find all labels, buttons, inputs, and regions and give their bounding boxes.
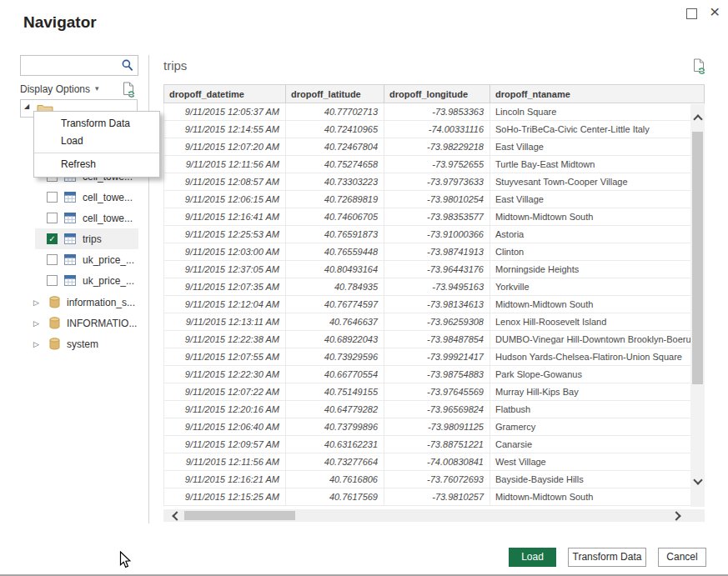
table-cell: -73.98353577 <box>384 208 490 226</box>
table-cell: 40.76559448 <box>286 243 384 261</box>
transform-data-button[interactable]: Transform Data <box>568 548 646 567</box>
table-cell: 40.68922043 <box>286 331 384 348</box>
search-input[interactable] <box>24 58 121 74</box>
scroll-down-icon[interactable] <box>693 475 702 484</box>
checkbox[interactable] <box>47 275 58 286</box>
context-menu-item[interactable]: Load <box>34 133 159 150</box>
table-row: 9/11/2015 12:25:53 AM40.76591873-73.9100… <box>163 226 705 243</box>
table-cell: -73.97645569 <box>384 383 490 401</box>
table-cell: 40.74606705 <box>286 208 384 226</box>
table-cell: 9/11/2015 12:16:21 AM <box>163 471 286 488</box>
table-cell: Astoria <box>490 226 705 243</box>
table-cell: 40.80493164 <box>286 261 384 278</box>
table-cell: 9/11/2015 12:15:25 AM <box>163 488 286 506</box>
context-menu-item[interactable]: Refresh <box>34 156 159 173</box>
table-row: 9/11/2015 12:06:15 AM40.72689819-73.9801… <box>163 191 705 208</box>
table-cell: Hudson Yards-Chelsea-Flatiron-Union Squa… <box>490 348 705 366</box>
search-icon[interactable] <box>122 59 133 75</box>
table-cell: 9/11/2015 12:11:56 AM <box>163 453 286 471</box>
table-cell: -73.97973633 <box>384 173 490 191</box>
tree-item-database[interactable]: ▷ system <box>33 333 143 354</box>
expanded-arrow-icon[interactable]: ◢ <box>24 103 29 110</box>
tree-item-table[interactable]: uk_price_... <box>35 249 138 270</box>
tree-item-table[interactable]: ✓ trips <box>35 228 138 249</box>
tree-item-table[interactable]: cell_towe... <box>35 187 138 208</box>
vertical-scrollbar-thumb[interactable] <box>692 132 703 384</box>
table-cell: 40.72689819 <box>286 191 384 208</box>
table-row: 9/11/2015 12:11:56 AM40.75274658-73.9752… <box>163 156 705 173</box>
file-refresh-icon[interactable] <box>691 63 706 78</box>
table-cell: -73.9495163 <box>384 278 490 296</box>
table-row: 9/11/2015 12:15:25 AM40.7617569-73.98102… <box>163 488 705 506</box>
checkbox[interactable] <box>47 254 58 265</box>
table-icon <box>64 192 76 203</box>
table-cell: 40.63162231 <box>286 436 384 453</box>
table-row: 9/11/2015 12:08:57 AM40.73303223-73.9797… <box>163 173 705 191</box>
navigator-tree-databases: ▷ information_s...▷ INFORMATIO...▷ syste… <box>33 292 143 354</box>
cancel-button[interactable]: Cancel <box>658 548 706 567</box>
checkbox[interactable] <box>47 213 58 223</box>
table-cell: Bayside-Bayside Hills <box>490 471 705 488</box>
display-options-dropdown[interactable]: Display Options▾ <box>20 83 99 95</box>
chevron-right-icon[interactable]: ▷ <box>33 340 43 348</box>
horizontal-scrollbar-thumb[interactable] <box>184 511 295 520</box>
checkbox[interactable]: ✓ <box>47 233 58 244</box>
table-cell: Turtle Bay-East Midtown <box>490 156 705 173</box>
scroll-left-icon[interactable] <box>172 511 181 520</box>
table-row: 9/11/2015 12:13:11 AM40.7646637-73.96259… <box>163 313 705 331</box>
table-cell: Park Slope-Gowanus <box>490 366 705 383</box>
table-cell: Yorkville <box>490 278 705 296</box>
search-box <box>20 55 138 76</box>
table-cell: Clinton <box>490 243 705 261</box>
context-menu: Transform DataLoadRefresh <box>33 111 160 178</box>
close-icon[interactable]: × <box>710 2 720 22</box>
mouse-cursor <box>119 551 132 573</box>
table-row: 9/11/2015 12:07:35 AM40.784935-73.949516… <box>163 278 705 296</box>
table-cell: 9/11/2015 12:07:20 AM <box>163 138 286 156</box>
table-cell: -73.9853363 <box>384 103 490 121</box>
table-row: 9/11/2015 12:16:21 AM40.7616806-73.76072… <box>163 471 705 488</box>
scroll-right-icon[interactable] <box>671 511 680 520</box>
vertical-scrollbar[interactable] <box>690 104 705 507</box>
navigator-dialog: Navigator × Display Options▾ ◢ <box>0 0 728 576</box>
table-cell: Morningside Heights <box>490 261 705 278</box>
tree-item-database[interactable]: ▷ INFORMATIO... <box>33 313 143 333</box>
table-cell: 40.73799896 <box>286 418 384 436</box>
preview-grid: dropoff_datetimedropoff_latitudedropoff_… <box>163 84 705 506</box>
table-cell: 40.73303223 <box>286 173 384 191</box>
table-cell: Flatbush <box>490 401 705 418</box>
table-cell: -73.98229218 <box>384 138 490 156</box>
database-icon <box>49 296 60 308</box>
table-cell: Stuyvesant Town-Cooper Village <box>490 173 705 191</box>
horizontal-scrollbar[interactable] <box>163 509 705 522</box>
table-cell: 9/11/2015 12:37:05 AM <box>163 261 286 278</box>
tree-item-table[interactable]: cell_towe... <box>35 208 138 228</box>
chevron-right-icon[interactable]: ▷ <box>33 298 43 307</box>
table-row: 9/11/2015 12:09:57 AM40.63162231-73.8875… <box>163 436 705 453</box>
table-cell: 9/11/2015 12:12:04 AM <box>163 296 286 313</box>
tree-item-table[interactable]: uk_price_... <box>35 270 138 291</box>
table-cell: Midtown-Midtown South <box>490 488 705 506</box>
context-menu-item[interactable]: Transform Data <box>34 115 159 133</box>
table-cell: -73.9752655 <box>384 156 490 173</box>
tree-item-label: uk_price_... <box>83 254 134 266</box>
table-icon <box>64 233 76 244</box>
table-row: 9/11/2015 12:14:55 AM40.72410965-74.0033… <box>163 121 705 138</box>
table-row: 9/11/2015 12:07:22 AM40.75149155-73.9764… <box>163 383 705 401</box>
column-header: dropoff_ntaname <box>490 84 705 103</box>
checkbox[interactable] <box>47 192 58 203</box>
table-row: 9/11/2015 12:03:00 AM40.76559448-73.9874… <box>163 243 705 261</box>
scroll-up-icon[interactable] <box>693 114 702 123</box>
tree-item-label: INFORMATIO... <box>67 318 137 329</box>
table-cell: -73.98091125 <box>384 418 490 436</box>
table-cell: -73.98010254 <box>384 191 490 208</box>
load-button[interactable]: Load <box>509 548 556 567</box>
tree-item-database[interactable]: ▷ information_s... <box>33 292 143 313</box>
chevron-right-icon[interactable]: ▷ <box>33 319 43 328</box>
table-row: 9/11/2015 12:20:16 AM40.64779282-73.9656… <box>163 401 705 418</box>
table-cell: 9/11/2015 12:07:22 AM <box>163 383 286 401</box>
table-icon <box>64 213 76 223</box>
column-header: dropoff_latitude <box>286 84 384 103</box>
maximize-button[interactable] <box>686 8 697 19</box>
tree-item-label: uk_price_... <box>83 275 134 287</box>
